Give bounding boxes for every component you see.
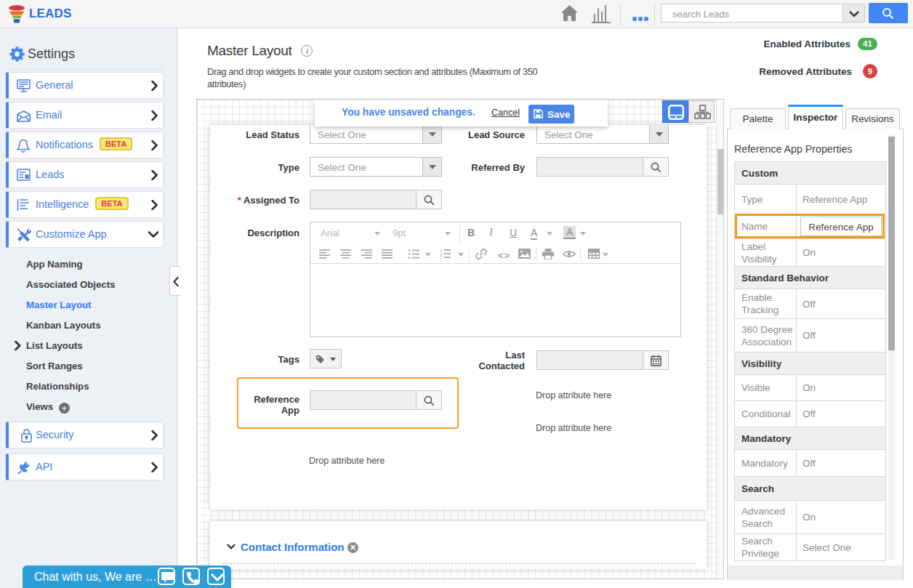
svg-text:3: 3: [440, 257, 443, 259]
